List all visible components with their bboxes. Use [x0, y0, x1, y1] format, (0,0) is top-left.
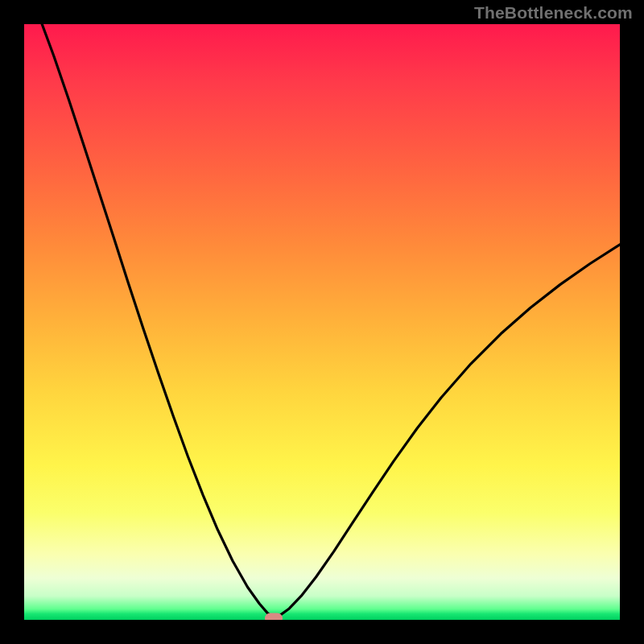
optimum-marker [265, 613, 283, 620]
watermark-text: TheBottleneck.com [474, 3, 633, 23]
bottleneck-curve [24, 24, 620, 620]
plot-area [24, 24, 620, 620]
chart-frame: TheBottleneck.com [0, 0, 644, 644]
